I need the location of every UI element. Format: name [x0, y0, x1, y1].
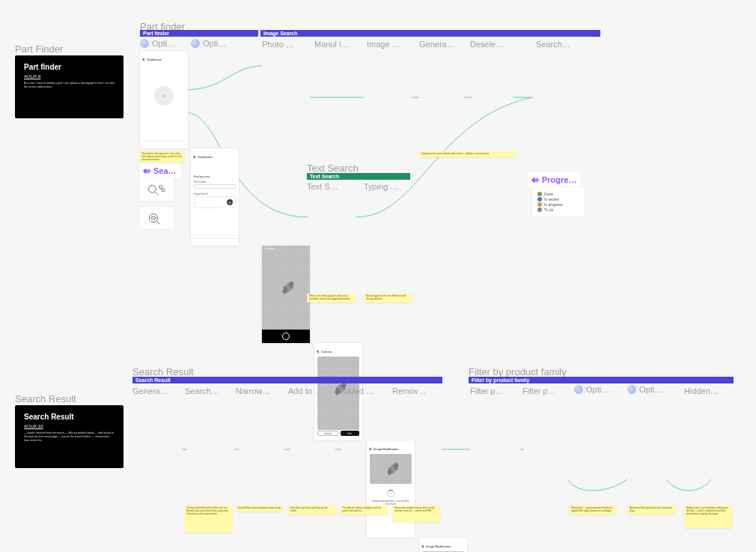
back-icon[interactable]: [421, 545, 424, 548]
sticky-sr-rem[interactable]: Removing actually removes from results, …: [392, 506, 440, 522]
photo-thumb: [370, 454, 412, 484]
screen-image-loading[interactable]: Image Modification Image being matched —…: [367, 440, 415, 538]
screen-camera[interactable]: Camera: [262, 246, 310, 343]
use-button[interactable]: Use: [341, 431, 360, 436]
section-title-search-result: Search Result: [15, 393, 76, 404]
flow-bar-filter: Filter by product family: [469, 377, 734, 383]
flow-bar-text-search: Text Search: [307, 173, 410, 180]
sticky-filter-hidden[interactable]: Hidden state is accessed by scrolling pa…: [684, 506, 732, 528]
svg-line-1: [155, 192, 159, 195]
sketch-magnifier-gears: [139, 178, 174, 201]
component-search[interactable]: Sea…: [139, 163, 181, 178]
tab-bar[interactable]: [191, 238, 239, 246]
section-title-sr: Search Result: [132, 366, 194, 377]
svg-rect-6: [151, 217, 156, 219]
sticky-sr-add[interactable]: The add also selects multiple entries to…: [340, 506, 388, 515]
svg-point-3: [162, 189, 165, 192]
frame-title-filter2: Filter p…: [522, 386, 569, 395]
story-body: — results returned from the search — fil…: [24, 431, 115, 443]
frame-title-sr-added: Added …: [340, 386, 386, 395]
screen-top-label: Dashboard: [198, 155, 213, 159]
frame-title-manual: Manul i…: [314, 40, 361, 49]
frame-title-deselect: Desele…: [470, 40, 516, 49]
panel-heading: Find your part: [194, 175, 236, 178]
back-icon[interactable]: [317, 350, 320, 353]
sketch-magnifier-bolt: [139, 207, 174, 229]
frame-title-filter-opt2: Opti…: [627, 385, 671, 394]
component-progress[interactable]: Progre…: [528, 172, 581, 187]
camera-label: Camera: [265, 247, 274, 250]
camera-fab[interactable]: »: [227, 199, 233, 205]
sticky-sr-n1[interactable]: A small filter recommendation shown at t…: [236, 506, 284, 512]
field-label: Part number: [194, 181, 236, 184]
story-card-part-finder[interactable]: Part finder AOUX-9 As a user I want to i…: [15, 55, 124, 118]
flow-bar-partfinder: Part finder: [140, 30, 258, 37]
progress-legend: DoneIn reviewIn progressTo do: [532, 187, 585, 216]
frame-title-loading: Image …: [367, 40, 413, 49]
frame-title-typing: Typing …: [364, 182, 410, 191]
screen-partfinder-opt2[interactable]: Dashboard Find your part Part number Ima…: [191, 148, 239, 246]
svg-point-0: [149, 185, 156, 192]
screen-generated-keywords[interactable]: Image Modification Drop your keyword to …: [419, 538, 467, 552]
part-number-input[interactable]: [194, 184, 236, 189]
tab-bar[interactable]: [140, 141, 188, 148]
variant-icon: [140, 39, 149, 48]
story-id-link[interactable]: AOUX-9: [24, 74, 115, 79]
spinner-icon: [387, 490, 394, 497]
sticky-ts-typing[interactable]: Results typed by the user fill the list …: [364, 294, 412, 303]
frame-title-photo: Photo …: [262, 40, 308, 49]
sticky-sr-gen[interactable]: Clicking on the link will send the user …: [184, 506, 232, 533]
legend-item: Done: [537, 192, 579, 196]
story-title: Part finder: [24, 63, 115, 71]
frame-title-filter-hidden: Hidden…: [684, 386, 731, 395]
legend-item: To do: [537, 207, 579, 212]
sticky-pf-opt1[interactable]: This option is the app view / user start…: [139, 151, 184, 163]
back-icon[interactable]: [142, 58, 145, 61]
story-card-search-result[interactable]: Search Result AOUX-10 — results returned…: [15, 405, 124, 468]
sticky-ts-text[interactable]: When user starts typing we show auto-com…: [307, 294, 355, 303]
sticky-sr-narrow[interactable]: User filters by family until they get th…: [288, 506, 336, 515]
upload-circle[interactable]: ＋: [154, 86, 174, 106]
flow-bar-image-search: Image Search: [260, 30, 600, 37]
frame-title-sr-narrow: Narrow…: [236, 386, 282, 395]
screen-top-label: Image Modification: [374, 447, 399, 451]
flow-bar-sr: Search Result: [132, 377, 442, 383]
story-body: As a user I want to identify a part I ca…: [24, 82, 115, 89]
frame-title-sr-add: Add to …: [288, 386, 335, 395]
frame-title-generated: Genera…: [419, 40, 466, 49]
frame-title-sr-remove: Remov…: [392, 386, 439, 395]
variant-icon: [574, 385, 583, 394]
loading-text: Image being matched — we use AI to find …: [367, 500, 415, 506]
section-title-text-search: Text Search: [307, 163, 359, 174]
variant-icon: [191, 39, 200, 48]
cancel-button[interactable]: Cancel: [317, 431, 338, 436]
image-search-label: Image Search: [194, 192, 236, 195]
back-icon[interactable]: [369, 447, 372, 450]
screen-top-label: Dashboard: [147, 58, 162, 61]
frame-title-textsearch: Text S…: [307, 182, 353, 191]
back-icon[interactable]: [193, 155, 196, 158]
legend-item: In progress: [537, 202, 579, 207]
sticky-deselect[interactable]: Tapping on live parts should refine sear…: [419, 151, 516, 157]
image-drop-zone[interactable]: »: [194, 196, 236, 208]
frame-title-opt1: Opti…: [140, 39, 183, 48]
frame-title-opt2: Opti…: [191, 39, 234, 48]
svg-point-4: [149, 213, 157, 222]
story-title: Search Result: [24, 413, 115, 421]
svg-point-2: [159, 185, 162, 188]
story-id-link[interactable]: AOUX-10: [24, 424, 115, 428]
shutter-button[interactable]: [282, 333, 290, 340]
section-title-part-finder: Part Finder: [15, 43, 63, 55]
sticky-filter-opt1[interactable]: Filter panel — top level product family …: [569, 506, 617, 515]
frame-title-sr-n1: Search…: [185, 386, 231, 395]
frame-title-search-results: Search…: [536, 40, 582, 49]
legend-item: In review: [537, 197, 579, 201]
frame-title-filter1: Filter p…: [470, 386, 516, 395]
screen-top-label: Image Modification: [426, 545, 451, 548]
sticky-filter-opt2[interactable]: Alternative filter layout that uses hori…: [627, 506, 675, 515]
section-title-filter: Filter by product family: [469, 366, 567, 377]
component-icon: [144, 168, 150, 175]
frame-title-filter-opt1: Opti…: [574, 385, 618, 394]
variant-icon: [627, 385, 636, 394]
screen-partfinder-opt1[interactable]: Dashboard ＋: [140, 51, 188, 148]
